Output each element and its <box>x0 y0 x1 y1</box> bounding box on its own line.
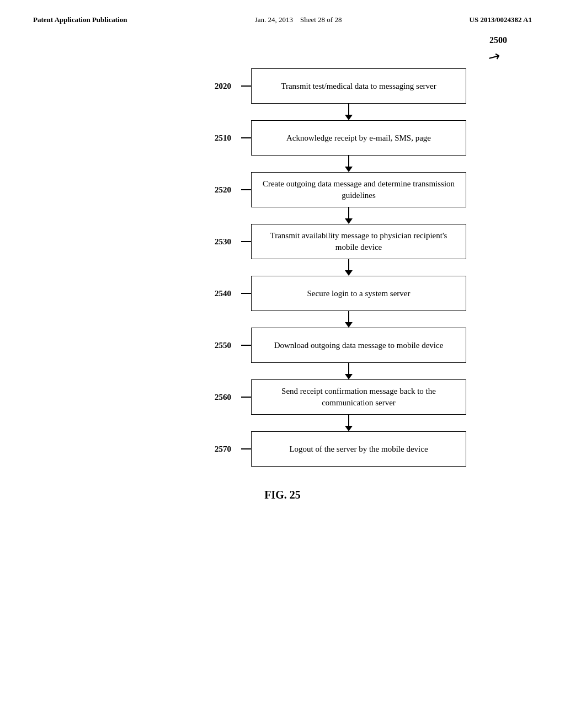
step-2570-connector <box>241 448 251 449</box>
step-2570: 2570Logout of the server by the mobile d… <box>193 431 466 467</box>
step-2540-connector <box>241 293 251 294</box>
figure-number: 2500 <box>489 35 507 45</box>
flow-wrapper: 2020Transmit test/medical data to messag… <box>193 68 466 467</box>
header-left: Patent Application Publication <box>33 15 127 24</box>
step-2020-connector <box>241 85 251 87</box>
header-right: US 2013/0024382 A1 <box>470 15 532 24</box>
step-2510-connector <box>241 137 251 138</box>
step-2570-label: 2570 <box>193 445 231 454</box>
page-header: Patent Application Publication Jan. 24, … <box>0 0 565 24</box>
step-2020-box: Transmit test/medical data to messaging … <box>251 68 466 104</box>
arrow-0 <box>241 104 456 120</box>
step-2550-box: Download outgoing data message to mobile… <box>251 328 466 363</box>
step-2530-label: 2530 <box>193 237 231 247</box>
step-2530-box: Transmit availability message to physici… <box>251 224 466 259</box>
step-2530: 2530Transmit availability message to phy… <box>193 224 466 259</box>
step-2530-connector <box>241 241 251 242</box>
arrow-6 <box>241 415 456 431</box>
step-2520-label: 2520 <box>193 185 231 195</box>
diagram-container: 2500 ↙ 2020Transmit test/medical data to… <box>0 24 565 512</box>
step-2550: 2550Download outgoing data message to mo… <box>193 328 466 363</box>
step-2510: 2510Acknowledge receipt by e-mail, SMS, … <box>193 120 466 156</box>
step-2540-label: 2540 <box>193 289 231 298</box>
step-2540-box: Secure login to a system server <box>251 276 466 311</box>
arrow-2 <box>241 207 456 224</box>
step-2020-label: 2020 <box>193 82 231 91</box>
step-2560-box: Send receipt confirmation message back t… <box>251 379 466 415</box>
step-2510-label: 2510 <box>193 133 231 143</box>
step-2550-connector <box>241 345 251 346</box>
step-2570-box: Logout of the server by the mobile devic… <box>251 431 466 467</box>
step-2520: 2520Create outgoing data message and det… <box>193 172 466 207</box>
step-2520-box: Create outgoing data message and determi… <box>251 172 466 207</box>
arrow-4 <box>241 311 456 328</box>
step-2510-box: Acknowledge receipt by e-mail, SMS, page <box>251 120 466 156</box>
step-2020: 2020Transmit test/medical data to messag… <box>193 68 466 104</box>
header-center: Jan. 24, 2013 Sheet 28 of 28 <box>255 15 342 24</box>
step-2560-connector <box>241 397 251 398</box>
arrow-3 <box>241 259 456 276</box>
step-2540: 2540Secure login to a system server <box>193 276 466 311</box>
figure-arrow: ↙ <box>484 47 504 68</box>
step-2560: 2560Send receipt confirmation message ba… <box>193 379 466 415</box>
arrow-5 <box>241 363 456 379</box>
step-2560-label: 2560 <box>193 393 231 402</box>
step-2520-connector <box>241 189 251 190</box>
arrow-1 <box>241 156 456 172</box>
step-2550-label: 2550 <box>193 341 231 350</box>
figure-caption: FIG. 25 <box>264 489 301 501</box>
